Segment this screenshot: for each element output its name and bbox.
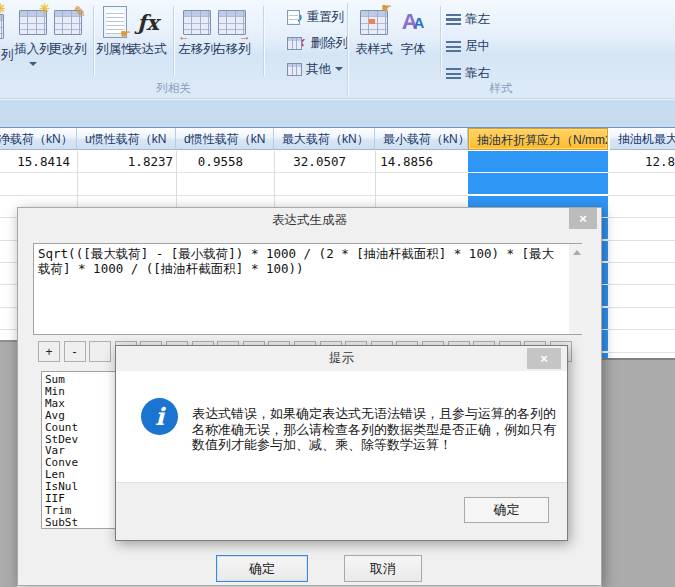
grid-cell[interactable]: 1.8237 [77,151,176,172]
operator-button[interactable]: - [64,341,86,362]
message-text: 表达式错误，如果确定表达式无语法错误，且参与运算的各列的名称准确无误，那么请检查… [192,406,564,453]
dialog-title: 表达式生成器 [18,208,601,232]
accent-cell [369,19,375,24]
column-header-pump-max[interactable]: 抽油机最大 [610,128,675,150]
move-column-right-button[interactable]: → 右移列 [211,4,253,78]
column-header-rod-stress-highlighted[interactable]: 抽油杆折算应力（N/mm2 [468,128,608,150]
empty-area [0,340,17,587]
info-icon: i [141,398,178,435]
font-letter-icon: A [414,14,425,31]
align-center-button[interactable]: 居中 [446,36,490,56]
table-style-button[interactable]: ☛ 表样式 [353,4,395,78]
hand-pointer-icon: ☛ [381,2,392,14]
close-icon[interactable]: × [569,208,597,229]
arrow-right-icon: → [239,30,251,42]
cancel-button[interactable]: 取消 [344,555,422,582]
cut-button-table-icon [0,14,4,39]
toolbar-strip [0,99,675,128]
chevron-down-icon [335,67,343,71]
reset-column-button[interactable]: ↻ 重置列 [287,7,344,27]
message-dialog: 提示 × i 表达式错误，如果确定表达式无语法错误，且参与运算的各列的名称准确无… [115,345,568,541]
table-icon [287,63,302,76]
arrow-left-icon: ← [178,30,190,42]
scrollbar[interactable] [569,244,585,334]
ok-button[interactable]: 确定 [216,555,308,582]
scroll-up-icon[interactable] [573,250,581,255]
align-right-button[interactable]: 靠右 [446,63,490,83]
message-footer: 确定 [116,482,567,540]
close-icon[interactable]: × [527,348,561,369]
ribbon: ✳ 列 ✳ 插入列 ✎ 更改列 ☛ 列属性 ƒx 表达式 ← [0,0,675,99]
grid-cell[interactable]: 12.8 [610,151,675,172]
column-header-max-load[interactable]: 最大载荷（kN） [274,128,375,150]
chevron-down-icon[interactable] [29,62,37,66]
app-window: ✳ 列 ✳ 插入列 ✎ 更改列 ☛ 列属性 ƒx 表达式 ← [0,0,675,587]
document-icon [287,10,300,25]
column-header-u-inertia-load[interactable]: u惯性载荷（kN [77,128,176,150]
pencil-icon: ✎ [73,4,86,19]
ribbon-separator [440,6,441,76]
expression-input[interactable]: Sqrt(([最大载荷] - [最小载荷]) * 1000 / (2 * [抽油… [33,243,582,335]
align-left-button[interactable]: 靠左 [446,9,490,29]
modify-column-button[interactable]: ✎ 更改列 [47,4,89,78]
message-content: i 表达式错误，如果确定表达式无语法错误，且参与运算的各列的名称准确无误，那么请… [116,371,567,484]
align-lines-icon [446,14,461,25]
column-header-net-load[interactable]: 净载荷（kN） [0,128,77,150]
delete-column-button[interactable]: ✗ 删除列 [287,33,348,53]
column-header-d-inertia-load[interactable]: d惯性载荷（kN [176,128,274,150]
fx-icon: ƒx [137,10,159,35]
column-header-min-load[interactable]: 最小载荷（kN） [375,128,468,150]
ok-button[interactable]: 确定 [464,497,549,523]
grid-cell[interactable]: 15.8414 [0,151,77,172]
group-label-style: 样式 [347,81,655,95]
font-button[interactable]: AA 字体 [392,4,434,78]
operator-button[interactable] [89,341,111,362]
empty-area [602,358,675,587]
ribbon-separator [173,6,174,76]
table-icon [287,37,302,50]
operator-button[interactable]: + [38,341,60,362]
group-label-columns: 列相关 [0,81,347,95]
grid-cell[interactable]: 14.8856 [375,151,468,172]
align-lines-icon [446,68,461,79]
expression-button[interactable]: ƒx 表达式 [127,4,169,78]
grid-cell[interactable]: 0.9558 [176,151,274,172]
align-lines-icon [446,41,461,52]
grid-cell[interactable]: 32.0507 [274,151,375,172]
other-menu-button[interactable]: 其他 [287,59,343,79]
ribbon-separator [263,6,264,76]
dialog-title: 提示 [116,346,567,370]
